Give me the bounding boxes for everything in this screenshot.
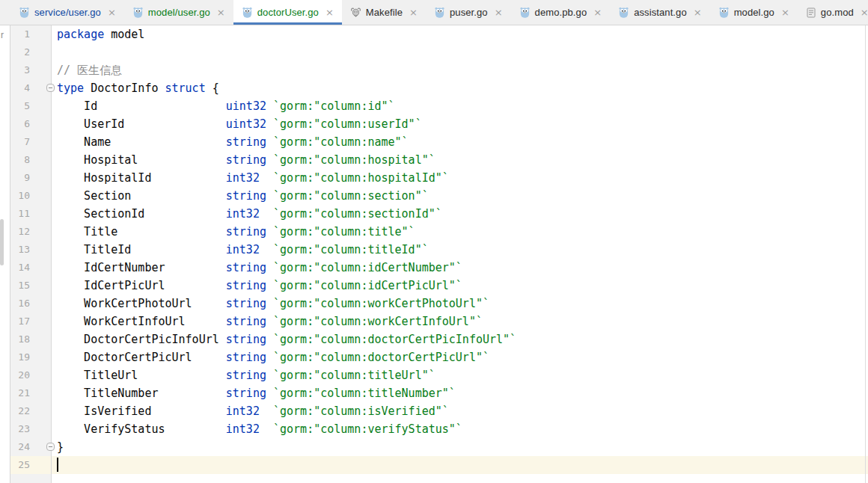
code-token-keyword: string	[226, 225, 266, 239]
tab-doctoruser-go[interactable]: doctorUser.go×	[233, 0, 342, 25]
code-line[interactable]	[57, 43, 868, 61]
code-line[interactable]: Hospital string `gorm:"column:hospital"`	[57, 151, 868, 169]
text-caret	[57, 458, 58, 472]
tab-demo-pb-go[interactable]: demo.pb.go×	[511, 0, 611, 25]
fold-end-icon[interactable]	[46, 443, 55, 451]
code-token-keyword: uint32	[226, 99, 266, 113]
clipped-panel-text: r	[1, 30, 4, 40]
code-token-keyword: string	[226, 315, 266, 328]
code-line[interactable]: TitleId int32 `gorm:"column:titleId"`	[57, 241, 868, 259]
code-line[interactable]: }	[57, 438, 868, 456]
tab-makefile[interactable]: Makefile×	[342, 0, 426, 25]
code-line[interactable]: WorkCertPhotoUrl string `gorm:"column:wo…	[57, 295, 868, 313]
code-token-keyword: int32	[226, 422, 260, 436]
tab-close-icon[interactable]: ×	[217, 7, 225, 17]
code-line[interactable]: Title string `gorm:"column:title"`	[57, 223, 868, 241]
code-token-plain	[260, 171, 273, 185]
code-token-plain	[260, 243, 273, 256]
code-line[interactable]: HospitalId int32 `gorm:"column:hospitalI…	[57, 169, 868, 187]
code-line[interactable]: DoctorCertPicInfoUrl string `gorm:"colum…	[57, 330, 868, 348]
code-token-plain: DoctorCertPicInfoUrl	[57, 333, 226, 346]
code-token-plain: VerifyStatus	[57, 422, 226, 436]
code-line[interactable]: package model	[57, 25, 868, 43]
code-token-string: `gorm:"column:section"`	[273, 189, 429, 203]
code-line[interactable]: IdCertPicUrl string `gorm:"column:idCert…	[57, 277, 868, 295]
code-line[interactable]	[57, 456, 868, 474]
tab-close-icon[interactable]: ×	[495, 7, 503, 17]
code-token-keyword: string	[226, 261, 266, 274]
code-token-keyword: struct	[165, 81, 206, 95]
editor-right-edge	[865, 25, 866, 483]
code-token-plain	[266, 315, 273, 328]
fold-collapse-icon[interactable]	[46, 84, 55, 92]
tab-assistant-go[interactable]: assistant.go×	[610, 0, 709, 25]
code-token-plain	[266, 189, 273, 203]
code-token-string: `gorm:"column:doctorCertPicUrl"`	[273, 351, 489, 364]
tab-close-icon[interactable]: ×	[593, 7, 602, 17]
code-token-plain: Section	[57, 189, 226, 203]
code-token-string: `gorm:"column:doctorCertPicInfoUrl"`	[273, 333, 516, 346]
code-line[interactable]: WorkCertInfoUrl string `gorm:"column:wor…	[57, 313, 868, 330]
code-token-plain	[260, 404, 273, 418]
tab-go-mod[interactable]: go.mod×	[798, 0, 868, 25]
tab-close-icon[interactable]: ×	[861, 7, 868, 17]
gutter-border	[51, 25, 52, 483]
code-line[interactable]: Name string `gorm:"column:name"`	[57, 133, 868, 151]
code-line[interactable]: VerifyStatus int32 `gorm:"column:verifyS…	[57, 420, 868, 438]
go-file-icon	[519, 7, 531, 18]
code-token-plain	[266, 369, 273, 382]
tab-model-go[interactable]: model.go×	[710, 0, 798, 25]
code-line[interactable]: TitleUrl string `gorm:"column:titleUrl"`	[57, 366, 868, 384]
code-line[interactable]: Id uint32 `gorm:"column:id"`	[57, 97, 868, 115]
code-line[interactable]: IsVerified int32 `gorm:"column:isVerifie…	[57, 402, 868, 420]
code-token-plain: TitleId	[57, 243, 226, 256]
code-token-plain	[266, 99, 273, 113]
code-token-keyword: uint32	[226, 117, 266, 131]
tab-label: model.go	[734, 7, 774, 18]
code-token-string: `gorm:"column:hospitalId"`	[273, 171, 449, 185]
code-token-plain: WorkCertInfoUrl	[57, 315, 226, 328]
code-token-keyword: int32	[226, 207, 260, 221]
code-line[interactable]: type DoctorInfo struct {	[57, 79, 868, 97]
tab-model-user-go[interactable]: model/user.go×	[124, 0, 233, 25]
code-token-plain	[266, 351, 273, 364]
code-token-keyword: string	[226, 189, 266, 203]
tab-close-icon[interactable]: ×	[694, 7, 702, 17]
code-line[interactable]: SectionId int32 `gorm:"column:sectionId"…	[57, 205, 868, 223]
code-token-comment: // 医生信息	[57, 64, 122, 77]
code-token-keyword: package	[57, 28, 104, 41]
code-line[interactable]: TitleNumber string `gorm:"column:titleNu…	[57, 384, 868, 402]
tab-close-icon[interactable]: ×	[108, 7, 116, 17]
code-token-plain: Title	[57, 225, 226, 239]
code-line[interactable]: IdCertNumber string `gorm:"column:idCert…	[57, 259, 868, 277]
code-token-plain	[260, 422, 273, 436]
line-number: 3	[10, 61, 51, 79]
code-editor[interactable]: package model// 医生信息type DoctorInfo stru…	[57, 25, 868, 474]
code-line[interactable]: DoctorCertPicUrl string `gorm:"column:do…	[57, 348, 868, 366]
code-token-plain	[266, 117, 273, 131]
tab-label: service/user.go	[34, 7, 101, 18]
go-file-icon	[132, 7, 144, 18]
code-token-plain: UserId	[57, 117, 226, 131]
code-token-keyword: string	[226, 351, 266, 364]
line-number: 10	[10, 187, 51, 205]
code-token-string: `gorm:"column:verifyStatus"`	[273, 422, 462, 436]
code-token-plain	[266, 225, 273, 239]
tab-service-user-go[interactable]: service/user.go×	[10, 0, 124, 25]
code-line[interactable]: // 医生信息	[57, 61, 868, 79]
code-token-string: `gorm:"column:idCertNumber"`	[273, 261, 462, 274]
code-line[interactable]: UserId uint32 `gorm:"column:userId"`	[57, 115, 868, 133]
go-file-icon	[19, 7, 30, 18]
code-token-keyword: int32	[226, 171, 260, 185]
tab-puser-go[interactable]: puser.go×	[426, 0, 511, 25]
code-line[interactable]: Section string `gorm:"column:section"`	[57, 187, 868, 205]
line-number: 5	[10, 97, 51, 115]
panel-scrollbar-thumb[interactable]	[0, 219, 4, 265]
editor-tab-bar: service/user.go×model/user.go×doctorUser…	[0, 0, 868, 25]
tab-close-icon[interactable]: ×	[409, 7, 418, 17]
tab-close-icon[interactable]: ×	[781, 7, 789, 17]
line-number: 23	[10, 420, 51, 438]
code-token-plain	[266, 333, 273, 346]
line-number: 16	[10, 295, 51, 313]
tab-close-icon[interactable]: ×	[326, 7, 334, 17]
